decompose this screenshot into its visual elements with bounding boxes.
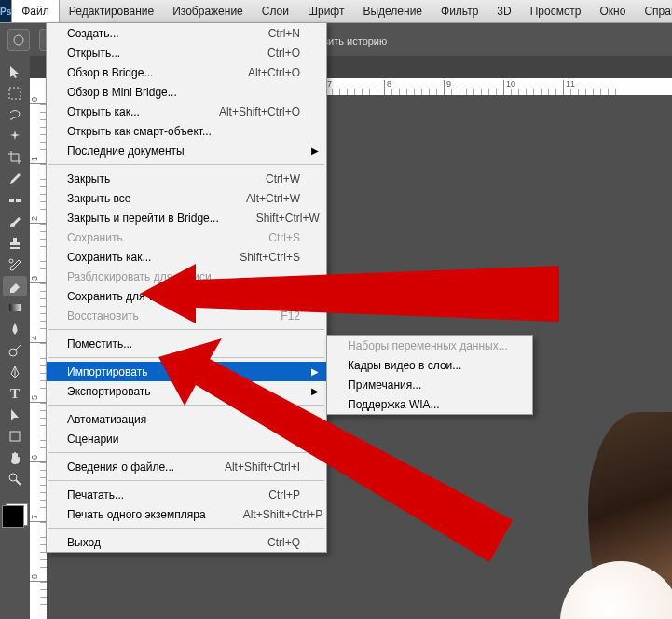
gradient-tool-icon[interactable] (3, 297, 27, 318)
zoom-tool-icon[interactable] (3, 469, 27, 489)
menu-item-shortcut: Ctrl+W (266, 172, 300, 186)
svg-rect-8 (9, 304, 21, 311)
menu-item[interactable]: Обзор в Mini Bridge... (47, 82, 326, 102)
blur-tool-icon[interactable] (3, 319, 27, 339)
hand-tool-icon[interactable] (3, 447, 27, 468)
menu-item-label: Создать... (67, 27, 231, 40)
menu-separator (48, 164, 324, 165)
menu-item-label: Обзор в Mini Bridge... (67, 86, 300, 99)
menubar-item-шрифт[interactable]: Шрифт (298, 0, 353, 22)
menu-item-label: Открыть как смарт-объект... (67, 125, 300, 138)
menu-item-shortcut: Shift+Ctrl+W (256, 212, 320, 225)
menu-item[interactable]: Открыть...Ctrl+O (47, 43, 326, 62)
menu-item-shortcut: Alt+Ctrl+W (246, 192, 300, 205)
menu-item-label: Закрыть (67, 172, 228, 186)
menubar-item-окно[interactable]: Окно (591, 0, 636, 22)
menu-item[interactable]: Открыть как смарт-объект... (47, 121, 326, 141)
annotation-arrow-1 (140, 256, 569, 331)
eraser-tool-icon[interactable] (3, 276, 27, 296)
document-image (588, 412, 672, 619)
shape-tool-icon[interactable] (3, 426, 27, 447)
menu-item[interactable]: Открыть как...Alt+Shift+Ctrl+O (47, 102, 326, 121)
menu-item-label: Открыть... (67, 47, 230, 60)
menu-item-shortcut: Alt+Ctrl+O (248, 66, 300, 79)
menu-item: СохранитьCtrl+S (47, 227, 326, 247)
path-select-tool-icon[interactable] (3, 405, 27, 425)
menu-item[interactable]: ЗакрытьCtrl+W (47, 169, 326, 188)
menubar: Ps ФайлРедактированиеИзображениеСлоиШриф… (0, 0, 672, 23)
ruler-mark: 1 (30, 157, 47, 164)
brush-tool-icon[interactable] (3, 212, 27, 232)
submenu-arrow-icon: ▶ (311, 145, 319, 156)
menu-item[interactable]: Последние документы▶ (47, 141, 326, 160)
menubar-item-фильтр[interactable]: Фильтр (432, 0, 487, 22)
move-tool-icon[interactable] (3, 62, 27, 82)
lasso-tool-icon[interactable] (3, 104, 27, 125)
svg-rect-6 (16, 199, 21, 202)
app-logo: Ps (0, 0, 11, 22)
history-brush-tool-icon[interactable] (3, 254, 27, 275)
wand-tool-icon[interactable] (3, 126, 27, 146)
svg-line-10 (16, 345, 21, 350)
menu-item-label: Закрыть и перейти в Bridge... (67, 212, 219, 225)
menubar-item-3d[interactable]: 3D (487, 0, 520, 22)
menubar-item-файл[interactable]: Файл (11, 0, 60, 22)
menu-item-shortcut: Alt+Shift+Ctrl+O (219, 105, 300, 118)
ruler-mark: 2 (30, 216, 47, 224)
ruler-mark: 10 (503, 80, 515, 95)
menu-item-label: Последние документы (67, 144, 300, 158)
fg-color-swatch[interactable] (2, 505, 24, 528)
menu-item-shortcut: Ctrl+O (267, 47, 300, 60)
tool-column: T (0, 56, 30, 526)
ruler-mark: 9 (444, 80, 451, 95)
ruler-mark: 4 (30, 336, 47, 343)
eyedropper-tool-icon[interactable] (3, 169, 27, 189)
type-tool-icon[interactable]: T (3, 383, 27, 404)
marquee-tool-icon[interactable] (3, 83, 27, 103)
ruler-mark: 0 (30, 97, 47, 104)
svg-marker-15 (140, 264, 559, 323)
menu-item[interactable]: Создать...Ctrl+N (47, 23, 326, 43)
ruler-mark: 8 (30, 574, 47, 582)
crop-tool-icon[interactable] (3, 147, 27, 168)
heal-tool-icon[interactable] (3, 190, 27, 211)
brush-preset-icon[interactable] (7, 29, 30, 51)
menu-item-label: Обзор в Bridge... (67, 66, 211, 79)
menu-item-label: Закрыть все (67, 192, 209, 205)
svg-point-0 (14, 35, 23, 45)
svg-rect-12 (10, 432, 20, 441)
ruler-mark: 7 (30, 515, 47, 522)
menu-item-shortcut: Ctrl+S (268, 231, 300, 244)
svg-marker-16 (158, 338, 513, 562)
ruler-mark: 8 (384, 80, 391, 95)
ruler-mark: 11 (563, 80, 575, 95)
svg-point-13 (9, 474, 17, 481)
svg-point-7 (9, 259, 13, 263)
svg-line-14 (16, 480, 21, 485)
svg-point-9 (9, 349, 17, 356)
stamp-tool-icon[interactable] (3, 233, 27, 254)
pen-tool-icon[interactable] (3, 362, 27, 382)
menu-item[interactable]: Закрыть всеAlt+Ctrl+W (47, 188, 326, 208)
menu-item[interactable]: Закрыть и перейти в Bridge...Shift+Ctrl+… (47, 208, 326, 227)
ruler-mark: 3 (30, 276, 47, 283)
svg-rect-4 (9, 88, 21, 99)
menubar-item-справ[interactable]: Справ (635, 0, 672, 22)
ruler-vertical: 0123456789 (30, 95, 47, 619)
menu-item-label: Сохранить (67, 231, 231, 244)
annotation-arrow-2 (158, 338, 531, 562)
menu-item-shortcut: Ctrl+N (268, 27, 300, 40)
menubar-item-редактирование[interactable]: Редактирование (60, 0, 163, 22)
menubar-item-изображение[interactable]: Изображение (163, 0, 253, 22)
menubar-item-выделение[interactable]: Выделение (353, 0, 432, 22)
ruler-mark: 5 (30, 395, 47, 403)
color-swatches[interactable] (2, 500, 28, 526)
menubar-item-просмотр[interactable]: Просмотр (521, 0, 591, 22)
dodge-tool-icon[interactable] (3, 340, 27, 361)
menu-item[interactable]: Обзор в Bridge...Alt+Ctrl+O (47, 62, 326, 82)
ruler-mark: 6 (30, 455, 47, 462)
menubar-item-слои[interactable]: Слои (253, 0, 298, 22)
menu-item-label: Открыть как... (67, 105, 182, 118)
svg-rect-5 (9, 199, 14, 202)
